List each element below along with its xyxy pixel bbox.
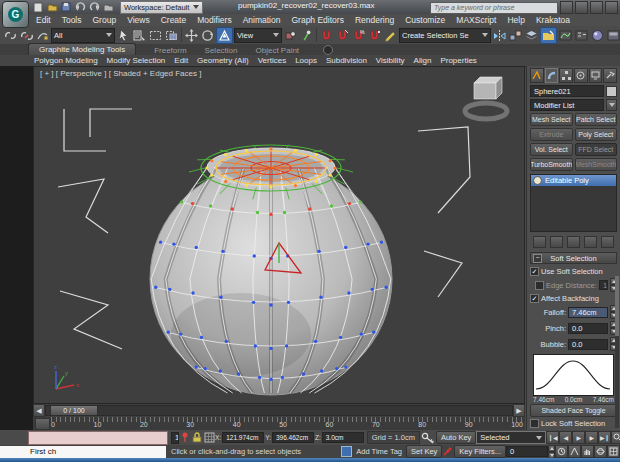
menu-rendering[interactable]: Rendering — [355, 15, 394, 25]
current-frame-field[interactable]: 0 — [506, 446, 548, 457]
lock-selection-icon[interactable] — [191, 432, 203, 444]
panel-visibility[interactable]: Visibility — [376, 56, 405, 65]
snap-toggle-3d-icon[interactable] — [319, 28, 334, 43]
menu-animation[interactable]: Animation — [243, 15, 281, 25]
turbosmooth-button[interactable]: TurboSmooth — [530, 158, 573, 171]
meshsmooth-button[interactable]: MeshSmooth — [575, 158, 618, 171]
panel-properties[interactable]: Properties — [440, 56, 476, 65]
material-editor-icon[interactable] — [590, 28, 605, 43]
mini-curve-editor-icon[interactable] — [35, 418, 50, 430]
key-mode-dropdown[interactable]: Selected — [476, 431, 546, 444]
panel-modify-selection[interactable]: Modify Selection — [107, 56, 166, 65]
configure-modifier-sets-icon[interactable] — [601, 236, 614, 248]
x-coordinate-field[interactable]: 121.974cm — [222, 432, 264, 443]
y-coordinate-field[interactable]: 396.462cm — [272, 432, 314, 443]
soft-selection-rollout-header[interactable]: − Soft Selection — [530, 252, 617, 264]
viewport-label[interactable]: [ + ] [ Perspective ] [ Shaded + Edged F… — [40, 69, 201, 78]
panel-loops[interactable]: Loops — [295, 56, 317, 65]
stack-item-editable-poly[interactable]: Editable Poly — [531, 175, 616, 186]
falloff-field[interactable]: 7.46cm — [568, 307, 608, 318]
perspective-viewport[interactable]: [ + ] [ Perspective ] [ Shaded + Edged F… — [33, 66, 525, 404]
render-setup-icon[interactable] — [606, 28, 620, 43]
menu-graph-editors[interactable]: Graph Editors — [291, 15, 343, 25]
search-input[interactable]: Type a keyword or phrase — [430, 2, 558, 14]
frame-spinner[interactable] — [548, 445, 555, 459]
selection-lock-pin-icon[interactable] — [179, 432, 191, 444]
command-panel-scrollbar[interactable] — [615, 276, 619, 428]
tab-graphite-modeling-tools[interactable]: Graphite Modeling Tools — [28, 43, 136, 55]
window-crossing-icon[interactable] — [164, 28, 179, 43]
project-folder-icon[interactable] — [102, 2, 114, 13]
mirror-icon[interactable] — [492, 28, 507, 43]
favorites-star-icon[interactable] — [590, 1, 603, 14]
modifier-list-dropdown[interactable]: Modifier List — [530, 99, 604, 111]
go-to-end-button[interactable]: ▶❙ — [598, 431, 611, 444]
unlink-icon[interactable] — [19, 28, 34, 43]
modifier-stack[interactable]: Editable Poly — [530, 174, 617, 232]
track-bar[interactable]: 010 2030 4050 6070 8090 100 — [33, 417, 525, 431]
menu-help[interactable]: Help — [507, 15, 524, 25]
orbit-icon[interactable] — [594, 445, 607, 458]
next-frame-arrow[interactable]: ▶ — [513, 404, 525, 417]
panel-polygon-modeling[interactable]: Polygon Modeling — [34, 56, 98, 65]
selection-filter-dropdown[interactable]: All — [51, 28, 115, 43]
bubble-field[interactable]: 0.0 — [568, 339, 608, 350]
graphite-ribbon-toggle-icon[interactable] — [540, 27, 557, 44]
next-frame-button[interactable]: ▶ — [585, 431, 598, 444]
time-configuration-icon[interactable] — [555, 445, 568, 458]
motion-tab-icon[interactable] — [574, 68, 588, 83]
previous-frame-arrow[interactable]: ◀ — [33, 404, 45, 417]
lock-soft-selection-checkbox[interactable] — [530, 419, 539, 428]
schematic-view-icon[interactable] — [574, 28, 589, 43]
menu-create[interactable]: Create — [161, 15, 187, 25]
undo-icon[interactable] — [74, 2, 86, 13]
panel-align[interactable]: Align — [414, 56, 432, 65]
edit-named-selections-icon[interactable] — [383, 28, 398, 43]
select-link-icon[interactable] — [3, 28, 18, 43]
panel-vertices[interactable]: Vertices — [258, 56, 286, 65]
previous-frame-button[interactable]: ◀ — [559, 431, 572, 444]
help-icon[interactable] — [605, 1, 618, 14]
use-pivot-center-icon[interactable] — [283, 28, 298, 43]
make-unique-icon[interactable] — [567, 236, 580, 248]
ffd-select-button[interactable]: FFD Select — [575, 143, 618, 156]
tab-selection[interactable]: Selection — [205, 46, 238, 55]
tab-freeform[interactable]: Freeform — [154, 46, 186, 55]
spinner-snap-icon[interactable] — [367, 28, 382, 43]
vol-select-button[interactable]: Vol. Select — [530, 143, 573, 156]
edge-distance-field[interactable]: 1 — [599, 280, 608, 290]
poly-select-button[interactable]: Poly Select — [575, 128, 618, 141]
select-scale-icon[interactable] — [216, 27, 233, 44]
use-soft-selection-checkbox[interactable]: ✓ — [530, 267, 539, 276]
new-scene-icon[interactable] — [32, 2, 44, 13]
absolute-offset-toggle-icon[interactable] — [203, 432, 215, 444]
menu-krakatoa[interactable]: Krakatoa — [536, 15, 570, 25]
z-coordinate-field[interactable]: 3.0cm — [322, 432, 364, 443]
show-end-result-icon[interactable] — [550, 236, 563, 248]
object-name-field[interactable]: Sphere021 — [530, 85, 604, 97]
menu-tools[interactable]: Tools — [62, 15, 82, 25]
panel-subdivision[interactable]: Subdivision — [326, 56, 367, 65]
stack-onoff-bulb-icon[interactable] — [533, 176, 542, 185]
select-manipulate-icon[interactable] — [299, 28, 314, 43]
open-file-icon[interactable] — [46, 2, 58, 13]
play-button[interactable]: ▶ — [572, 431, 585, 444]
select-move-icon[interactable] — [184, 28, 199, 43]
tab-object-paint[interactable]: Object Paint — [256, 46, 300, 55]
named-selection-dropdown[interactable]: Create Selection Se — [399, 28, 491, 43]
key-filters-button[interactable]: Key Filters... — [454, 445, 506, 458]
save-file-icon[interactable] — [60, 2, 72, 13]
angle-snap-icon[interactable] — [335, 28, 350, 43]
go-to-start-button[interactable]: ❙◀ — [546, 431, 559, 444]
search-binoculars-icon[interactable] — [560, 1, 573, 14]
panel-edit[interactable]: Edit — [174, 56, 188, 65]
field-of-view-icon[interactable] — [568, 445, 581, 458]
menu-maxscript[interactable]: MAXScript — [456, 15, 496, 25]
workspace-dropdown[interactable]: Workspace: Default — [120, 1, 203, 14]
bind-spacewarp-icon[interactable] — [35, 28, 50, 43]
affect-backfacing-checkbox[interactable]: ✓ — [530, 294, 539, 303]
add-time-tag[interactable]: Add Time Tag — [352, 447, 406, 456]
menu-customize[interactable]: Customize — [405, 15, 445, 25]
select-by-name-icon[interactable] — [132, 28, 147, 43]
redo-icon[interactable] — [88, 2, 100, 13]
